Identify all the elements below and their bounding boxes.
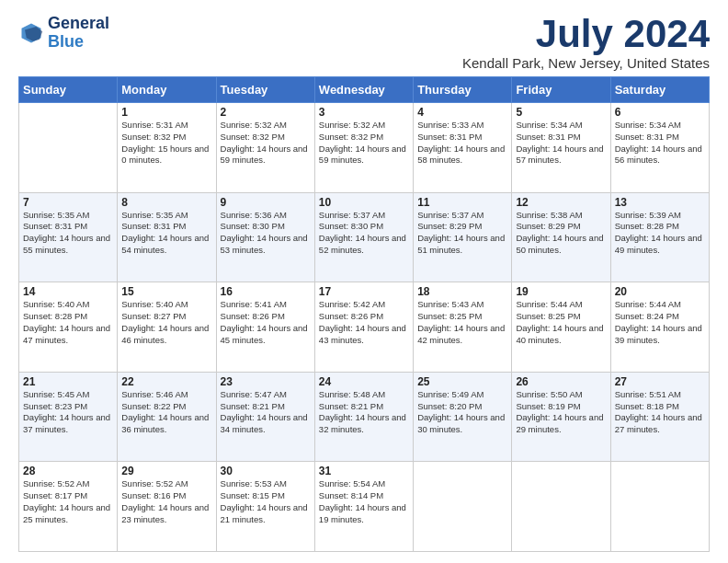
calendar-week-row: 28Sunrise: 5:52 AMSunset: 8:17 PMDayligh… bbox=[19, 462, 710, 552]
table-row: 22Sunrise: 5:46 AMSunset: 8:22 PMDayligh… bbox=[118, 372, 216, 462]
page: General Blue July 2024 Kendall Park, New… bbox=[0, 0, 728, 563]
day-info: Sunrise: 5:40 AMSunset: 8:27 PMDaylight:… bbox=[121, 299, 211, 346]
day-number: 8 bbox=[121, 196, 211, 209]
day-number: 15 bbox=[121, 285, 211, 298]
day-info: Sunrise: 5:35 AMSunset: 8:31 PMDaylight:… bbox=[121, 210, 211, 257]
day-info: Sunrise: 5:46 AMSunset: 8:22 PMDaylight:… bbox=[121, 389, 211, 436]
calendar-week-row: 1Sunrise: 5:31 AMSunset: 8:32 PMDaylight… bbox=[19, 103, 710, 193]
day-number: 19 bbox=[516, 285, 606, 298]
day-info: Sunrise: 5:52 AMSunset: 8:17 PMDaylight:… bbox=[23, 478, 113, 525]
calendar-week-row: 14Sunrise: 5:40 AMSunset: 8:28 PMDayligh… bbox=[19, 282, 710, 373]
table-row: 1Sunrise: 5:31 AMSunset: 8:32 PMDaylight… bbox=[118, 103, 216, 193]
day-info: Sunrise: 5:48 AMSunset: 8:21 PMDaylight:… bbox=[319, 389, 409, 436]
day-number: 2 bbox=[221, 106, 311, 119]
table-row: 16Sunrise: 5:41 AMSunset: 8:26 PMDayligh… bbox=[216, 282, 314, 373]
calendar-header-row: Sunday Monday Tuesday Wednesday Thursday… bbox=[19, 77, 710, 103]
day-number: 30 bbox=[221, 465, 311, 477]
table-row: 25Sunrise: 5:49 AMSunset: 8:20 PMDayligh… bbox=[414, 372, 512, 462]
table-row: 13Sunrise: 5:39 AMSunset: 8:28 PMDayligh… bbox=[610, 192, 709, 282]
day-info: Sunrise: 5:37 AMSunset: 8:29 PMDaylight:… bbox=[417, 210, 507, 257]
day-number: 21 bbox=[23, 375, 113, 388]
table-row: 3Sunrise: 5:32 AMSunset: 8:32 PMDaylight… bbox=[314, 103, 413, 193]
day-number: 24 bbox=[319, 375, 409, 388]
day-info: Sunrise: 5:54 AMSunset: 8:14 PMDaylight:… bbox=[319, 478, 409, 525]
table-row: 18Sunrise: 5:43 AMSunset: 8:25 PMDayligh… bbox=[414, 282, 512, 373]
day-info: Sunrise: 5:31 AMSunset: 8:32 PMDaylight:… bbox=[121, 120, 211, 167]
location: Kendall Park, New Jersey, United States bbox=[462, 55, 710, 71]
table-row: 17Sunrise: 5:42 AMSunset: 8:26 PMDayligh… bbox=[314, 282, 413, 373]
day-info: Sunrise: 5:45 AMSunset: 8:23 PMDaylight:… bbox=[23, 389, 113, 436]
table-row: 11Sunrise: 5:37 AMSunset: 8:29 PMDayligh… bbox=[414, 192, 512, 282]
table-row bbox=[414, 462, 512, 552]
day-info: Sunrise: 5:53 AMSunset: 8:15 PMDaylight:… bbox=[221, 478, 311, 525]
day-info: Sunrise: 5:33 AMSunset: 8:31 PMDaylight:… bbox=[417, 120, 507, 167]
table-row: 4Sunrise: 5:33 AMSunset: 8:31 PMDaylight… bbox=[414, 103, 512, 193]
day-info: Sunrise: 5:32 AMSunset: 8:32 PMDaylight:… bbox=[221, 120, 311, 167]
table-row: 8Sunrise: 5:35 AMSunset: 8:31 PMDaylight… bbox=[118, 192, 216, 282]
day-number: 18 bbox=[417, 285, 507, 298]
table-row bbox=[19, 103, 118, 193]
day-info: Sunrise: 5:44 AMSunset: 8:25 PMDaylight:… bbox=[516, 299, 606, 346]
day-info: Sunrise: 5:44 AMSunset: 8:24 PMDaylight:… bbox=[615, 299, 705, 346]
table-row bbox=[512, 462, 610, 552]
day-number: 4 bbox=[417, 106, 507, 119]
col-friday: Friday bbox=[512, 77, 610, 103]
table-row: 14Sunrise: 5:40 AMSunset: 8:28 PMDayligh… bbox=[19, 282, 118, 373]
day-info: Sunrise: 5:34 AMSunset: 8:31 PMDaylight:… bbox=[516, 120, 606, 167]
day-info: Sunrise: 5:38 AMSunset: 8:29 PMDaylight:… bbox=[516, 210, 606, 257]
table-row: 26Sunrise: 5:50 AMSunset: 8:19 PMDayligh… bbox=[512, 372, 610, 462]
table-row: 20Sunrise: 5:44 AMSunset: 8:24 PMDayligh… bbox=[610, 282, 709, 373]
table-row: 9Sunrise: 5:36 AMSunset: 8:30 PMDaylight… bbox=[216, 192, 314, 282]
day-number: 23 bbox=[221, 375, 311, 388]
day-number: 16 bbox=[221, 285, 311, 298]
logo-icon bbox=[18, 20, 44, 46]
logo-text: General Blue bbox=[48, 15, 109, 52]
table-row: 5Sunrise: 5:34 AMSunset: 8:31 PMDaylight… bbox=[512, 103, 610, 193]
day-number: 9 bbox=[221, 196, 311, 209]
col-monday: Monday bbox=[118, 77, 216, 103]
day-number: 1 bbox=[121, 106, 211, 119]
table-row: 10Sunrise: 5:37 AMSunset: 8:30 PMDayligh… bbox=[314, 192, 413, 282]
day-number: 7 bbox=[23, 196, 113, 209]
day-info: Sunrise: 5:50 AMSunset: 8:19 PMDaylight:… bbox=[516, 389, 606, 436]
day-number: 29 bbox=[121, 465, 211, 477]
day-number: 12 bbox=[516, 196, 606, 209]
table-row: 6Sunrise: 5:34 AMSunset: 8:31 PMDaylight… bbox=[610, 103, 709, 193]
col-wednesday: Wednesday bbox=[314, 77, 413, 103]
day-number: 6 bbox=[615, 106, 705, 119]
table-row: 30Sunrise: 5:53 AMSunset: 8:15 PMDayligh… bbox=[216, 462, 314, 552]
day-info: Sunrise: 5:51 AMSunset: 8:18 PMDaylight:… bbox=[615, 389, 705, 436]
day-info: Sunrise: 5:36 AMSunset: 8:30 PMDaylight:… bbox=[221, 210, 311, 257]
logo-line1: General bbox=[48, 15, 109, 33]
day-info: Sunrise: 5:41 AMSunset: 8:26 PMDaylight:… bbox=[221, 299, 311, 346]
day-number: 11 bbox=[417, 196, 507, 209]
day-number: 20 bbox=[615, 285, 705, 298]
day-info: Sunrise: 5:43 AMSunset: 8:25 PMDaylight:… bbox=[417, 299, 507, 346]
day-number: 5 bbox=[516, 106, 606, 119]
day-number: 26 bbox=[516, 375, 606, 388]
day-info: Sunrise: 5:42 AMSunset: 8:26 PMDaylight:… bbox=[319, 299, 409, 346]
day-info: Sunrise: 5:47 AMSunset: 8:21 PMDaylight:… bbox=[221, 389, 311, 436]
col-sunday: Sunday bbox=[19, 77, 118, 103]
day-info: Sunrise: 5:35 AMSunset: 8:31 PMDaylight:… bbox=[23, 210, 113, 257]
table-row: 27Sunrise: 5:51 AMSunset: 8:18 PMDayligh… bbox=[610, 372, 709, 462]
month-title: July 2024 bbox=[462, 15, 710, 53]
title-block: July 2024 Kendall Park, New Jersey, Unit… bbox=[462, 15, 710, 71]
day-info: Sunrise: 5:34 AMSunset: 8:31 PMDaylight:… bbox=[615, 120, 705, 167]
day-number: 3 bbox=[319, 106, 409, 119]
day-info: Sunrise: 5:37 AMSunset: 8:30 PMDaylight:… bbox=[319, 210, 409, 257]
col-thursday: Thursday bbox=[414, 77, 512, 103]
table-row: 12Sunrise: 5:38 AMSunset: 8:29 PMDayligh… bbox=[512, 192, 610, 282]
day-info: Sunrise: 5:39 AMSunset: 8:28 PMDaylight:… bbox=[615, 210, 705, 257]
header: General Blue July 2024 Kendall Park, New… bbox=[18, 15, 710, 71]
day-number: 25 bbox=[417, 375, 507, 388]
day-number: 14 bbox=[23, 285, 113, 298]
calendar-week-row: 7Sunrise: 5:35 AMSunset: 8:31 PMDaylight… bbox=[19, 192, 710, 282]
day-info: Sunrise: 5:49 AMSunset: 8:20 PMDaylight:… bbox=[417, 389, 507, 436]
logo: General Blue bbox=[18, 15, 109, 52]
table-row: 31Sunrise: 5:54 AMSunset: 8:14 PMDayligh… bbox=[314, 462, 413, 552]
logo-line2: Blue bbox=[48, 33, 109, 52]
table-row bbox=[610, 462, 709, 552]
table-row: 24Sunrise: 5:48 AMSunset: 8:21 PMDayligh… bbox=[314, 372, 413, 462]
day-number: 27 bbox=[615, 375, 705, 388]
